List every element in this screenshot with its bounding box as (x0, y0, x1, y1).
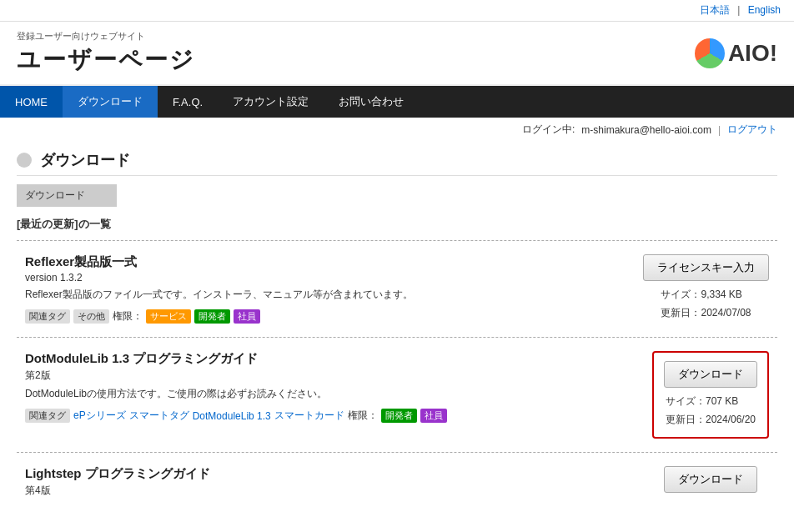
logo: AIO! (695, 38, 777, 68)
item-desc-dotmodulelib: DotModuleLibの使用方法です。ご使用の際は必ずお読みください。 (25, 386, 636, 402)
item-tags-reflexer: 関連タグ その他 権限： サービス 開発者 社員 (25, 309, 626, 324)
item-action-dotmodulelib: ダウンロード サイズ：707 KB 更新日：2024/06/20 (652, 351, 769, 439)
logo-icon (695, 38, 725, 68)
page-heading-icon (17, 153, 32, 168)
license-key-button[interactable]: ライセンスキー入力 (643, 254, 769, 281)
nav-item-account[interactable]: アカウント設定 (218, 86, 324, 118)
item-dotmodulelib: DotModuleLib 1.3 プログラミングガイド 第2版 DotModul… (17, 337, 777, 452)
item-info-dotmodulelib: DotModuleLib 1.3 プログラミングガイド 第2版 DotModul… (25, 351, 636, 423)
item-info-lightstep: Lightstep プログラミングガイド 第4版 (25, 466, 636, 501)
header-title: ユーザーページ (17, 44, 195, 76)
item-meta-reflexer: サイズ：9,334 KB 更新日：2024/07/08 (661, 286, 751, 322)
lang-separator: | (737, 4, 740, 16)
logout-link[interactable]: ログアウト (727, 123, 777, 137)
header-left: 登録ユーザー向けウェブサイト ユーザーページ (17, 30, 195, 76)
main-content: ダウンロード ダウンロード [最近の更新]の一覧 Reflexer製品版一式 v… (0, 142, 794, 531)
perm-tag-emp-dot[interactable]: 社員 (420, 409, 447, 423)
nav-item-faq[interactable]: F.A.Q. (158, 86, 218, 118)
login-bar: ログイン中: m-shimakura@hello-aioi.com | ログアウ… (0, 118, 794, 142)
tag-other[interactable]: その他 (73, 309, 109, 324)
item-meta-dotmodulelib: サイズ：707 KB 更新日：2024/06/20 (666, 393, 756, 429)
header: 登録ユーザー向けウェブサイト ユーザーページ AIO! (0, 22, 794, 86)
item-title-reflexer: Reflexer製品版一式 (25, 254, 626, 270)
login-separator: | (718, 124, 721, 136)
item-desc-reflexer: Reflexer製品版のファイル一式です。インストーラ、マニュアル等が含まれてい… (25, 287, 626, 303)
perm-label-reflexer: 権限： (113, 309, 143, 324)
breadcrumb: ダウンロード (17, 184, 117, 207)
download-button-dotmodulelib[interactable]: ダウンロード (664, 361, 757, 388)
item-info-reflexer: Reflexer製品版一式 version 1.3.2 Reflexer製品版の… (25, 254, 626, 324)
perm-tag-dev-dot[interactable]: 開発者 (381, 409, 417, 423)
nav-item-contact[interactable]: お問い合わせ (324, 86, 419, 118)
tag-smart-card[interactable]: スマートカード (274, 409, 344, 423)
perm-tag-service[interactable]: サービス (146, 309, 191, 324)
english-link[interactable]: English (748, 4, 781, 16)
item-lightstep: Lightstep プログラミングガイド 第4版 ダウンロード (17, 452, 777, 514)
page-heading-bar: ダウンロード (17, 142, 777, 176)
page-heading: ダウンロード (40, 150, 130, 170)
item-reflexer: Reflexer製品版一式 version 1.3.2 Reflexer製品版の… (17, 240, 777, 337)
item-action-lightstep: ダウンロード (652, 466, 769, 493)
login-prefix: ログイン中: (522, 123, 575, 137)
japanese-link[interactable]: 日本語 (700, 4, 730, 16)
item-version-dotmodulelib: 第2版 (25, 369, 636, 383)
logo-area: AIO! (695, 38, 777, 68)
main-nav: HOME ダウンロード F.A.Q. アカウント設定 お問い合わせ (0, 86, 794, 118)
item-version-reflexer: version 1.3.2 (25, 272, 626, 284)
item-version-lightstep: 第4版 (25, 484, 636, 498)
login-email: m-shimakura@hello-aioi.com (581, 124, 711, 136)
download-button-lightstep[interactable]: ダウンロード (664, 466, 757, 493)
language-bar: 日本語 | English (0, 0, 794, 22)
nav-item-home[interactable]: HOME (0, 86, 63, 118)
item-title-dotmodulelib: DotModuleLib 1.3 プログラミングガイド (25, 351, 636, 367)
nav-item-download[interactable]: ダウンロード (63, 86, 158, 118)
section-label: [最近の更新]の一覧 (17, 217, 777, 232)
tag-ep-series[interactable]: ePシリーズ (73, 409, 126, 423)
tag-smart-tag[interactable]: スマートタグ (129, 409, 189, 423)
tags-label-reflexer: 関連タグ (25, 309, 70, 324)
perm-label-dotmodulelib: 権限： (348, 409, 378, 423)
item-tags-dotmodulelib: 関連タグ ePシリーズ スマートタグ DotModuleLib 1.3 スマート… (25, 409, 636, 423)
perm-tag-employee[interactable]: 社員 (234, 309, 260, 324)
logo-text: AIO! (728, 40, 777, 67)
tags-label-dotmodulelib: 関連タグ (25, 409, 70, 423)
item-action-reflexer: ライセンスキー入力 サイズ：9,334 KB 更新日：2024/07/08 (643, 254, 769, 322)
perm-tag-dev[interactable]: 開発者 (194, 309, 230, 324)
tag-dotmodulelib[interactable]: DotModuleLib 1.3 (193, 410, 271, 422)
header-subtitle: 登録ユーザー向けウェブサイト (17, 30, 195, 43)
item-title-lightstep: Lightstep プログラミングガイド (25, 466, 636, 482)
